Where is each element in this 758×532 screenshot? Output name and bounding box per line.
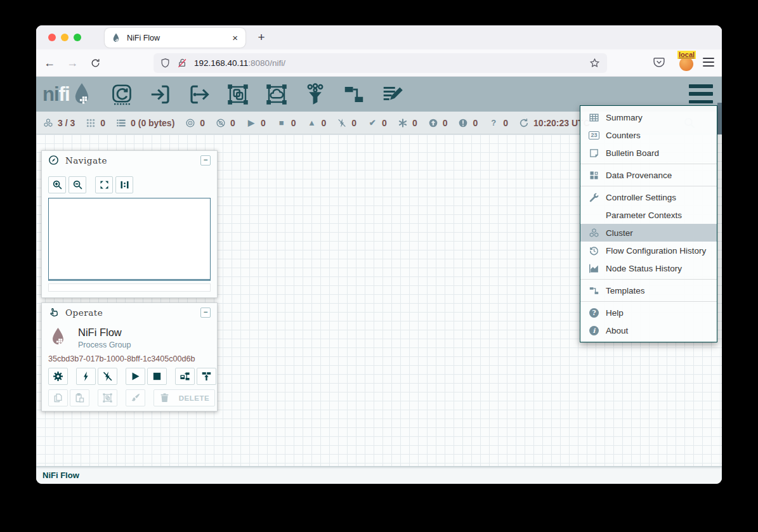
url-bar[interactable]: 192.168.40.11:8080/nifi/ xyxy=(154,53,607,73)
locally-modified-stale-stat: 0 xyxy=(457,117,478,128)
collapse-operate-button[interactable]: − xyxy=(200,308,211,318)
close-tab-icon[interactable]: × xyxy=(231,32,239,43)
stop-button[interactable] xyxy=(147,368,167,385)
funnel-component-icon[interactable] xyxy=(303,82,328,107)
stopped-stat: ■0 xyxy=(276,117,296,128)
minimize-window-button[interactable] xyxy=(61,34,69,41)
menu-item-summary[interactable]: Summary xyxy=(580,108,717,126)
menu-item-about[interactable]: iAbout xyxy=(580,321,717,339)
enable-button[interactable] xyxy=(76,368,96,385)
new-tab-button[interactable]: + xyxy=(253,29,270,46)
input-port-component-icon[interactable] xyxy=(148,82,173,107)
menu-item-cluster[interactable]: Cluster xyxy=(580,224,717,242)
locally-modified-icon xyxy=(397,117,408,128)
zoom-fit-button[interactable] xyxy=(95,176,113,193)
zoom-actual-size-button[interactable] xyxy=(115,176,133,193)
create-template-button[interactable] xyxy=(175,368,195,385)
menu-item-flow-configuration-history[interactable]: Flow Configuration History xyxy=(580,242,717,259)
reload-button[interactable] xyxy=(86,53,105,72)
selected-component: NiFi Flow Process Group xyxy=(49,326,217,349)
menu-item-data-provenance[interactable]: Data Provenance xyxy=(580,166,717,184)
disable-button[interactable] xyxy=(98,368,117,385)
output-port-component-icon[interactable] xyxy=(186,82,212,107)
breadcrumb[interactable]: NiFi Flow xyxy=(42,470,79,480)
insecure-lock-icon[interactable] xyxy=(177,58,188,69)
menu-item-help[interactable]: ?Help xyxy=(580,304,717,321)
menu-item-bulletin-board[interactable]: Bulletin Board xyxy=(580,144,717,162)
process-group-component-icon[interactable] xyxy=(225,82,251,107)
menu-divider xyxy=(580,186,717,186)
up-to-date-icon: ✔ xyxy=(367,117,378,128)
group-button[interactable] xyxy=(98,389,117,406)
start-button[interactable] xyxy=(126,368,145,385)
fill-color-button[interactable] xyxy=(126,389,145,406)
processor-component-icon[interactable] xyxy=(109,82,134,107)
tracking-shield-icon[interactable] xyxy=(160,58,171,69)
nifi-logo: nifi xyxy=(42,82,93,107)
queued-stat: 0 (0 bytes) xyxy=(115,117,174,128)
navigate-panel: Navigate − xyxy=(41,150,218,298)
menu-item-templates[interactable]: Templates xyxy=(580,282,717,299)
window-controls xyxy=(48,34,81,41)
invalid-icon: ▲ xyxy=(306,117,317,128)
upload-template-button[interactable] xyxy=(197,368,216,385)
provenance-icon xyxy=(588,169,600,181)
url-text[interactable]: 192.168.40.11:8080/nifi/ xyxy=(194,58,589,68)
back-button[interactable]: ← xyxy=(40,53,59,72)
hand-pointer-icon xyxy=(48,307,60,318)
nifi-global-menu-button[interactable] xyxy=(689,84,713,103)
menu-divider xyxy=(580,279,717,280)
label-component-icon[interactable] xyxy=(380,82,405,107)
browser-menu-button[interactable] xyxy=(702,56,715,68)
pocket-icon[interactable] xyxy=(653,56,667,70)
template-component-icon[interactable] xyxy=(341,82,367,107)
counters-icon: 23 xyxy=(588,129,600,141)
stale-icon xyxy=(428,117,439,128)
browser-window: NiFi Flow × + ← → 192.168.40.11:8080/nif… xyxy=(36,25,722,484)
stale-stat: 0 xyxy=(428,117,448,128)
flow-id[interactable]: 35cbd3b7-017b-1000-8bff-1c3405c00d6b xyxy=(48,354,217,363)
configure-button[interactable] xyxy=(48,368,68,385)
delete-button[interactable]: DELETE xyxy=(154,389,215,406)
refresh-stat: 10:20:23 UTC xyxy=(518,117,590,128)
tab-title: NiFi Flow xyxy=(127,34,231,42)
paste-button[interactable] xyxy=(70,389,89,406)
menu-item-controller-settings[interactable]: Controller Settings xyxy=(580,188,717,206)
zoom-out-button[interactable] xyxy=(69,176,86,193)
disabled-stat: 0 xyxy=(336,117,356,128)
profile-avatar[interactable]: local xyxy=(678,55,696,72)
stopped-icon: ■ xyxy=(276,117,287,128)
cluster-cubes-icon xyxy=(588,227,600,238)
menu-item-parameter-contexts[interactable]: Parameter Contexts xyxy=(580,206,717,224)
active-threads-stat: 0 xyxy=(85,117,105,128)
close-window-button[interactable] xyxy=(48,34,56,41)
birdseye-view[interactable] xyxy=(48,198,211,281)
collapse-navigate-button[interactable]: − xyxy=(200,155,211,165)
birdseye-slider[interactable] xyxy=(48,283,211,292)
up-to-date-stat: ✔0 xyxy=(367,117,387,128)
copy-button[interactable] xyxy=(48,389,68,406)
navigate-buttons xyxy=(48,176,217,193)
operate-actions-row-2: DELETE xyxy=(48,389,217,406)
zoom-in-button[interactable] xyxy=(48,176,66,193)
screenshot-stage: NiFi Flow × + ← → 192.168.40.11:8080/nif… xyxy=(0,0,758,532)
menu-item-node-status-history[interactable]: Node Status History xyxy=(580,259,717,277)
flow-name: NiFi Flow xyxy=(78,327,131,339)
maximize-window-button[interactable] xyxy=(74,34,81,41)
connected-nodes-stat: 3 / 3 xyxy=(42,117,75,128)
no-icon xyxy=(588,209,600,221)
queued-icon xyxy=(115,117,127,128)
browser-tab[interactable]: NiFi Flow × xyxy=(105,28,245,48)
menu-divider xyxy=(580,164,717,164)
operate-title: Operate xyxy=(65,308,200,318)
menu-item-counters[interactable]: 23Counters xyxy=(580,126,717,144)
remote-process-group-component-icon[interactable] xyxy=(264,82,289,107)
forward-button[interactable]: → xyxy=(63,53,82,72)
refresh-icon[interactable] xyxy=(518,117,530,128)
transmitting-stat: 0 xyxy=(185,117,205,128)
operate-panel-header: Operate − xyxy=(42,303,217,322)
search-field-edge xyxy=(717,103,722,134)
bookmark-star-icon[interactable] xyxy=(589,58,601,69)
nifi-global-menu: Summary 23Counters Bulletin Board Data P… xyxy=(580,105,717,342)
operate-panel: Operate − NiFi Flow Process Group 35cbd3… xyxy=(41,302,218,412)
